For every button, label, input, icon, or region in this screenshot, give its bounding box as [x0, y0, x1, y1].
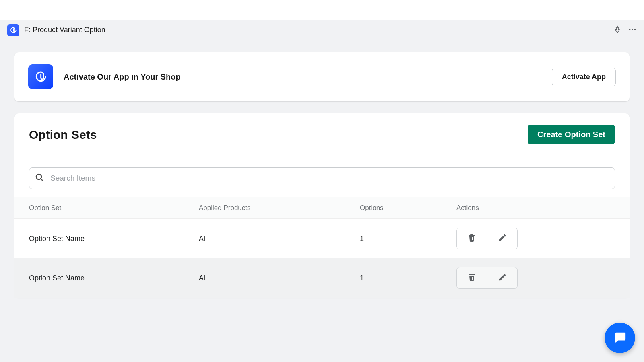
search-field: [29, 167, 615, 189]
option-sets-title: Option Sets: [29, 128, 97, 142]
chat-icon: [613, 330, 627, 346]
cell-option-set-name: Option Set Name: [14, 258, 188, 298]
column-actions: Actions: [445, 197, 630, 219]
top-whitespace: [0, 0, 644, 20]
pencil-icon: [498, 233, 507, 244]
activate-banner: Activate Our App in Your Shop Activate A…: [14, 52, 630, 101]
activate-app-button[interactable]: Activate App: [552, 68, 616, 86]
cell-options-count: 1: [349, 258, 445, 298]
edit-button[interactable]: [487, 228, 518, 249]
search-icon: [35, 173, 44, 184]
cell-applied-products: All: [188, 219, 349, 259]
table-row: Option Set Name All 1: [14, 219, 630, 259]
pencil-icon: [498, 273, 507, 284]
delete-button[interactable]: [456, 228, 487, 249]
row-actions: [456, 228, 518, 249]
edit-button[interactable]: [487, 267, 518, 289]
app-title: F: Product Variant Option: [24, 26, 105, 34]
option-sets-card: Option Sets Create Option Set Option S: [14, 113, 630, 298]
column-option-set: Option Set: [14, 197, 188, 219]
svg-line-4: [41, 179, 43, 181]
chat-fab-button[interactable]: [605, 323, 635, 353]
trash-icon: [467, 272, 477, 284]
column-options: Options: [349, 197, 445, 219]
activate-logo-icon: [28, 64, 53, 89]
row-actions: [456, 267, 518, 289]
svg-point-1: [632, 29, 633, 30]
column-applied-products: Applied Products: [188, 197, 349, 219]
trash-icon: [467, 233, 477, 245]
more-icon[interactable]: [628, 25, 637, 35]
app-header-bar: F: Product Variant Option: [0, 20, 644, 40]
cell-options-count: 1: [349, 219, 445, 259]
activate-banner-text: Activate Our App in Your Shop: [64, 72, 181, 82]
delete-button[interactable]: [456, 267, 487, 289]
svg-point-0: [629, 29, 631, 30]
app-logo-icon: [7, 24, 19, 36]
cell-applied-products: All: [188, 258, 349, 298]
create-option-set-button[interactable]: Create Option Set: [528, 125, 615, 144]
option-sets-table: Option Set Applied Products Options Acti…: [14, 197, 630, 298]
search-input[interactable]: [29, 167, 615, 189]
pin-icon[interactable]: [613, 25, 621, 35]
table-row: Option Set Name All 1: [14, 258, 630, 298]
cell-option-set-name: Option Set Name: [14, 219, 188, 259]
svg-point-2: [634, 29, 636, 30]
